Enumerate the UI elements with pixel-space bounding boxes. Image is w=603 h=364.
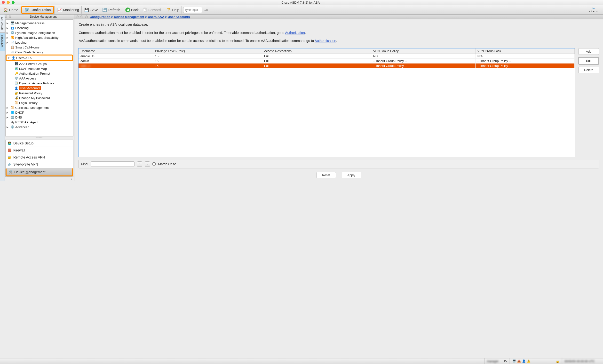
help-button[interactable]: ? Help	[164, 6, 181, 14]
col-username[interactable]: Username	[79, 48, 153, 54]
forward-icon: ▶	[142, 8, 147, 12]
nav-sections: 🧑‍💻Device Setup 🧱Firewall 🔐Remote Access…	[5, 140, 73, 177]
edit-button[interactable]: Edit	[578, 57, 599, 65]
tree-item-password-policy[interactable]: 🔐Password Policy	[6, 91, 73, 95]
nav-site-to-site-vpn[interactable]: 🔗Site-to-Site VPN	[6, 161, 73, 168]
col-access[interactable]: Access Restrictions	[262, 48, 371, 54]
nav-device-setup[interactable]: 🧑‍💻Device Setup	[6, 140, 73, 147]
table-row[interactable]: enable_1515FullN/AN/A	[79, 54, 575, 58]
tree-item-users-aaa[interactable]: ▼👤Users/AAA	[6, 55, 73, 61]
tree-item-change-my-password[interactable]: 🔏Change My Password	[6, 95, 73, 100]
minimize-window-icon[interactable]	[7, 1, 10, 4]
advanced-icon: ⚙️	[11, 125, 14, 129]
tree-item-aaa-access[interactable]: 🛡️AAA Access	[6, 76, 73, 81]
tree-item-aaa-server-groups[interactable]: 🗄️AAA Server Groups	[6, 61, 73, 66]
panel-collapse-icon[interactable]	[5, 15, 7, 18]
breadcrumb-device-management[interactable]: Device Management	[114, 15, 144, 19]
panel-close-icon[interactable]	[9, 15, 11, 18]
col-privilege[interactable]: Privilege Level (Role)	[153, 48, 262, 54]
desc-line-3: AAA authentication console commands must…	[79, 39, 599, 43]
toolbar-separator	[81, 6, 82, 13]
config-tree[interactable]: ▶🖥️Management Access ▶👥Licensing ▶⚙️Syst…	[5, 19, 73, 136]
key-icon: 🔐	[14, 91, 18, 95]
find-bar: Find: ⌃ ⌄ Match Case	[78, 160, 599, 169]
rest-icon: 🔌	[11, 120, 14, 124]
nav-device-management[interactable]: 🛠️Device Management	[6, 168, 73, 176]
find-prev-icon[interactable]: ⌃	[137, 161, 142, 167]
tree-item-user-accounts[interactable]: 👤User Accounts	[6, 86, 73, 91]
refresh-icon: 🔄	[102, 7, 107, 13]
save-button[interactable]: 💾 Save	[82, 6, 100, 14]
tree-item-rest-api-agent[interactable]: 🔌REST API Agent	[6, 120, 73, 125]
left-panel: Device List Bookmarks Device Management …	[0, 14, 74, 181]
back-button[interactable]: ◀ Back	[123, 6, 140, 14]
history-icon: 📜	[14, 101, 18, 105]
dns-icon: 🔤	[11, 115, 14, 119]
configuration-button[interactable]: ⚙️ Configuration	[21, 6, 54, 14]
tree-item-cloud-web-security[interactable]: ☁️Cloud Web Security	[6, 50, 73, 55]
site-vpn-icon: 🔗	[8, 162, 12, 166]
authorization-link[interactable]: Authorization	[285, 31, 305, 35]
tree-item-authentication-prompt[interactable]: 🔑Authentication Prompt	[6, 71, 73, 76]
panel-icon[interactable]	[76, 15, 79, 18]
ha-icon: 🔁	[11, 36, 14, 39]
tree-item-dhcp[interactable]: ▶🌐DHCP	[6, 110, 73, 115]
panel-icon[interactable]	[85, 15, 88, 18]
zoom-window-icon[interactable]	[12, 1, 14, 4]
col-vpn-policy[interactable]: VPN Group Policy	[371, 48, 475, 54]
home-button[interactable]: 🏠 Home	[1, 6, 20, 14]
description-block: Create entries in the ASA local user dat…	[74, 19, 603, 48]
go-button[interactable]: Go	[204, 8, 208, 12]
tree-item-licensing[interactable]: ▶👥Licensing	[6, 25, 73, 30]
authentication-link[interactable]: Authentication	[314, 39, 336, 43]
tree-item-high-availability[interactable]: ▶🔁High Availability and Scalability	[6, 35, 73, 40]
device-list-tab[interactable]: Device List	[0, 14, 5, 33]
nav-firewall[interactable]: 🧱Firewall	[6, 147, 73, 154]
cert-icon: 📜	[11, 106, 14, 110]
breadcrumb-configuration[interactable]: Configuration	[90, 15, 110, 19]
tree-item-ldap-attribute-map[interactable]: 🗺️LDAP Attribute Map	[6, 66, 73, 71]
window-titlebar: Cisco ASDM 7.8(2) for ASA -	[0, 0, 603, 5]
apply-button[interactable]: Apply	[342, 172, 361, 178]
delete-button[interactable]: Delete	[578, 67, 599, 73]
tree-item-smart-call-home[interactable]: 📋Smart Call-Home	[6, 45, 73, 50]
dhcp-icon: 🌐	[11, 111, 14, 114]
match-case-checkbox[interactable]	[152, 162, 156, 166]
find-next-icon[interactable]: ⌄	[145, 161, 150, 167]
toolbar-separator	[123, 6, 123, 13]
folder-icon: 🖥️	[11, 21, 14, 25]
page-actions: Reset Apply	[74, 171, 603, 181]
breadcrumb: Configuration > Device Management > User…	[90, 15, 190, 19]
nav-remote-access-vpn[interactable]: 🔐Remote Access VPN	[6, 154, 73, 161]
bookmarks-tab[interactable]: Bookmarks	[0, 33, 5, 51]
close-window-icon[interactable]	[2, 1, 5, 4]
table-row[interactable]: admin15Full-- Inherit Group Policy ---- …	[79, 58, 575, 63]
breadcrumb-user-accounts[interactable]: User Accounts	[168, 15, 190, 19]
phone-icon: 📋	[11, 45, 14, 49]
add-button[interactable]: Add	[578, 48, 599, 55]
breadcrumb-users-aaa[interactable]: Users/AAA	[148, 15, 164, 19]
tree-item-management-access[interactable]: ▶🖥️Management Access	[6, 21, 73, 25]
find-input[interactable]	[91, 161, 135, 167]
col-vpn-lock[interactable]: VPN Group Lock	[475, 48, 574, 54]
tree-item-dynamic-access-policies[interactable]: 📑Dynamic Access Policies	[6, 81, 73, 86]
tree-item-dns[interactable]: ▶🔤DNS	[6, 115, 73, 120]
tree-item-login-history[interactable]: 📜Login History	[6, 100, 73, 105]
user-accounts-table[interactable]: Username Privilege Level (Role) Access R…	[78, 48, 575, 157]
firewall-icon: 🧱	[8, 148, 12, 152]
tree-item-advanced[interactable]: ▶⚙️Advanced	[6, 125, 73, 129]
tree-item-certificate-management[interactable]: ▶📜Certificate Management	[6, 105, 73, 110]
panel-icon[interactable]	[81, 15, 83, 18]
monitoring-button[interactable]: 📈 Monitoring	[55, 6, 81, 14]
refresh-button[interactable]: 🔄 Refresh	[100, 6, 122, 14]
nav-expand-icon[interactable]: »	[5, 177, 74, 181]
tree-item-logging[interactable]: ▶📄Logging	[6, 40, 73, 45]
reset-button[interactable]: Reset	[316, 172, 336, 178]
main-area: Device List Bookmarks Device Management …	[0, 14, 603, 181]
ldap-icon: 🗺️	[14, 67, 18, 70]
table-row-selected[interactable]: user_x15Full-- Inherit Group Policy ----…	[79, 63, 575, 68]
tree-item-system-image[interactable]: ▶⚙️System Image/Configuration	[6, 30, 73, 35]
help-search-input[interactable]	[183, 7, 202, 13]
toolbar-separator	[182, 6, 182, 13]
access-icon: 🛡️	[14, 76, 18, 80]
